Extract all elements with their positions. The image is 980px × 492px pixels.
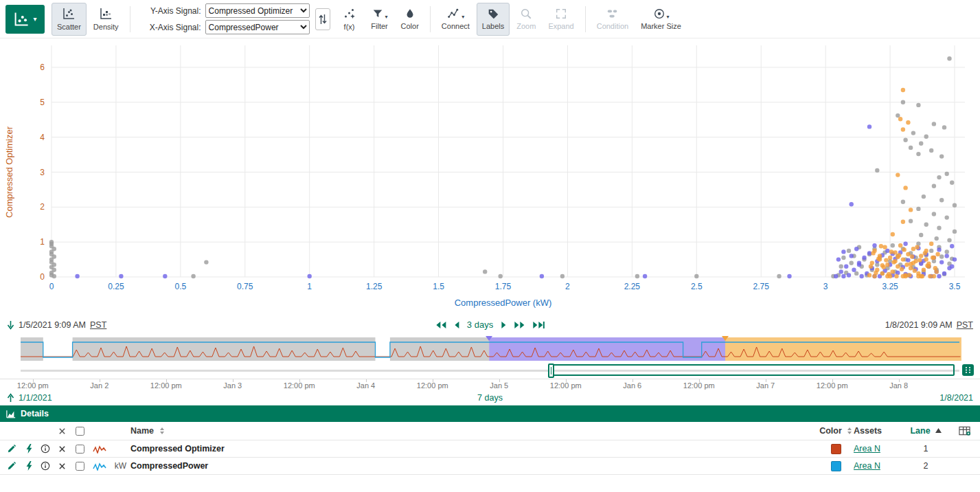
details-panel-header[interactable]: Details [0, 405, 980, 422]
condition-button: Condition [591, 3, 634, 36]
time-axis-label: Jan 5 [490, 381, 508, 390]
y-tick-label: 0 [40, 272, 45, 282]
edit-icon[interactable] [3, 461, 21, 471]
y-axis-signal-select[interactable]: Compressed Optimizer [205, 3, 310, 18]
color-swatch[interactable] [831, 444, 841, 454]
toolbar-separator [430, 6, 431, 32]
x-axis-signal-select[interactable]: CompressedPower [205, 20, 310, 34]
x-tick-label: 2.5 [691, 282, 703, 291]
time-axis-label: 12:00 pm [150, 381, 182, 390]
y-tick-label: 6 [40, 63, 45, 72]
time-axis-label: 12:00 pm [817, 381, 848, 390]
scatter-mode-button[interactable]: Scatter [52, 3, 87, 36]
chevron-down-icon: ▾ [33, 15, 36, 23]
color-swatch[interactable] [831, 461, 841, 471]
name-column-header[interactable]: Name [130, 426, 154, 436]
arrow-down-icon[interactable] [7, 320, 14, 330]
lane-column-header[interactable]: Lane [910, 426, 930, 436]
details-title: Details [21, 409, 49, 418]
asset-link[interactable]: Area N [854, 444, 880, 454]
color-column-header[interactable]: Color [819, 426, 842, 436]
column-settings-button[interactable] [948, 426, 980, 436]
fx-label: f(x) [344, 23, 355, 31]
table-row[interactable]: Compressed Optimizer Area N 1 [0, 440, 980, 458]
step-to-end-button[interactable] [532, 321, 545, 329]
timezone-link[interactable]: PST [957, 320, 973, 330]
display-range-start[interactable]: 1/5/2021 9:09 AM [19, 320, 86, 330]
sort-asc-icon[interactable] [935, 428, 942, 434]
info-icon[interactable] [37, 444, 54, 454]
expand-button: Expand [543, 3, 579, 36]
density-label: Density [93, 23, 119, 31]
x-tick-label: 2.75 [753, 282, 770, 291]
lightning-icon[interactable] [21, 461, 37, 471]
y-tick-label: 4 [40, 133, 45, 142]
arrow-up-icon[interactable] [7, 393, 14, 403]
select-all-checkbox[interactable] [76, 427, 84, 436]
toolbar: ▾ Scatter Density Y-Axis Signal: Compres… [0, 0, 980, 38]
filter-button[interactable]: ▾ Filter [365, 3, 394, 36]
step-back-button[interactable] [454, 321, 459, 329]
display-range-end[interactable]: 1/8/2021 9:09 AM [885, 320, 953, 330]
investigate-range-end[interactable]: 1/8/2021 [939, 393, 973, 403]
time-axis-label: Jan 4 [356, 381, 375, 390]
labels-button[interactable]: Labels [477, 3, 510, 36]
info-icon[interactable] [37, 461, 54, 471]
edit-icon[interactable] [3, 444, 21, 454]
investigate-range-duration[interactable]: 7 days [477, 393, 503, 403]
axis-signal-selectors: Y-Axis Signal: Compressed Optimizer X-Ax… [144, 3, 310, 34]
chevron-down-icon: ▾ [385, 14, 388, 20]
color-button[interactable]: Color [396, 3, 424, 36]
signal-sparkline-icon [93, 461, 108, 471]
investigate-range-start[interactable]: 1/1/2021 [19, 393, 52, 403]
scatter-plot[interactable]: 00.250.50.7511.251.51.7522.252.52.7533.2… [0, 38, 980, 313]
connect-label: Connect [442, 22, 470, 30]
connect-button[interactable]: ▾ Connect [436, 3, 475, 36]
remove-icon[interactable] [54, 462, 70, 470]
marker-size-label: Marker Size [641, 22, 681, 30]
toolbar-separator [585, 6, 586, 32]
sort-icon[interactable] [847, 427, 852, 435]
labels-label: Labels [482, 22, 504, 30]
remove-icon[interactable] [54, 445, 70, 453]
range-duration-label[interactable]: 3 days [467, 320, 493, 330]
x-tick-label: 1 [307, 282, 312, 291]
remove-all-button[interactable] [54, 427, 70, 435]
lightning-icon[interactable] [21, 444, 37, 454]
row-checkbox[interactable] [76, 445, 84, 454]
display-range-selection[interactable] [550, 364, 955, 376]
scatter-points-orange-time-region [867, 88, 940, 278]
step-forward-button[interactable] [501, 321, 506, 329]
swap-axes-button[interactable] [315, 8, 330, 30]
assets-column-header[interactable]: Assets [854, 426, 882, 436]
asset-link[interactable]: Area N [854, 461, 880, 471]
density-mode-button[interactable]: Density [88, 3, 124, 36]
chart-type-menu-button[interactable]: ▾ [5, 5, 45, 34]
step-forward-much-button[interactable] [514, 321, 525, 329]
row-checkbox[interactable] [76, 462, 84, 471]
scatter-chart-icon [13, 11, 30, 27]
signal-name[interactable]: Compressed Optimizer [130, 444, 225, 454]
x-tick-label: 1.75 [495, 282, 512, 291]
x-tick-label: 0.25 [108, 282, 124, 291]
timebar-strip [0, 336, 980, 362]
y-tick-label: 3 [40, 168, 45, 177]
display-range-bar: 1/5/2021 9:09 AM PST 3 days 1/8/2021 9:0… [0, 313, 980, 336]
marker-size-icon [653, 8, 665, 20]
zoom-magnifier-icon [520, 8, 532, 20]
timezone-link[interactable]: PST [90, 320, 106, 330]
marker-size-button[interactable]: ▾ Marker Size [635, 3, 687, 36]
timebar-preview[interactable] [0, 336, 980, 362]
x-tick-label: 3.5 [949, 282, 961, 291]
table-row[interactable]: kW CompressedPower Area N 2 [0, 458, 980, 475]
investigate-range-axis[interactable]: 12:00 pmJan 212:00 pmJan 312:00 pmJan 41… [0, 379, 980, 390]
sort-icon[interactable] [159, 427, 165, 435]
step-back-much-button[interactable] [435, 321, 446, 329]
unit-label: kW [111, 461, 130, 471]
selection-right-grip[interactable] [962, 364, 974, 376]
scatter-chart-area: 00.250.50.7511.251.51.7522.252.52.7533.2… [0, 38, 980, 313]
selection-left-handle[interactable] [548, 364, 554, 378]
fx-tool-button[interactable]: f(x) [335, 3, 364, 36]
scatter-points-purple-time-region [75, 124, 957, 278]
signal-name[interactable]: CompressedPower [130, 461, 208, 471]
